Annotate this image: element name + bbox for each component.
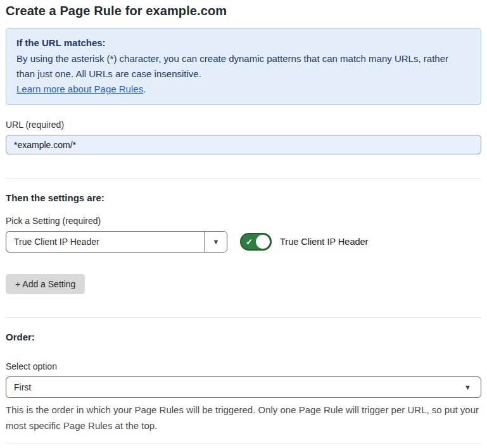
page-title: Create a Page Rule for example.com [6, 4, 481, 18]
info-box-heading: If the URL matches: [16, 35, 471, 51]
divider [6, 178, 481, 178]
page-container: Create a Page Rule for example.com If th… [0, 0, 487, 448]
setting-select[interactable]: True Client IP Header ▼ [6, 231, 227, 252]
toggle-knob [256, 235, 270, 249]
info-box-link-line: Learn more about Page Rules. [16, 82, 471, 97]
setting-select-arrow-button[interactable]: ▼ [205, 232, 227, 252]
setting-row: True Client IP Header ▼ ✓ True Client IP… [6, 231, 481, 252]
true-client-ip-toggle[interactable]: ✓ [240, 233, 272, 251]
chevron-down-icon: ▼ [213, 239, 220, 246]
order-select-label: Select option [6, 361, 481, 371]
link-suffix: . [143, 84, 146, 94]
order-select-value: First [14, 382, 31, 392]
url-input[interactable] [6, 135, 481, 154]
setting-picker-label: Pick a Setting (required) [6, 216, 481, 226]
check-icon: ✓ [246, 237, 253, 247]
order-section-heading: Order: [6, 332, 481, 342]
info-box-body: By using the asterisk (*) character, you… [16, 51, 467, 82]
toggle-label: True Client IP Header [280, 237, 368, 247]
order-select[interactable]: First ▼ [6, 376, 481, 398]
divider [6, 444, 481, 444]
learn-more-link[interactable]: Learn more about Page Rules [16, 84, 143, 94]
url-match-info-box: If the URL matches: By using the asteris… [6, 28, 481, 105]
chevron-down-icon: ▼ [464, 384, 471, 391]
setting-select-value: True Client IP Header [6, 232, 205, 252]
url-field-label: URL (required) [6, 120, 481, 130]
order-help-text: This is the order in which your Page Rul… [6, 402, 479, 433]
add-setting-button[interactable]: + Add a Setting [6, 274, 85, 294]
settings-section-heading: Then the settings are: [6, 192, 481, 203]
divider [6, 317, 481, 318]
